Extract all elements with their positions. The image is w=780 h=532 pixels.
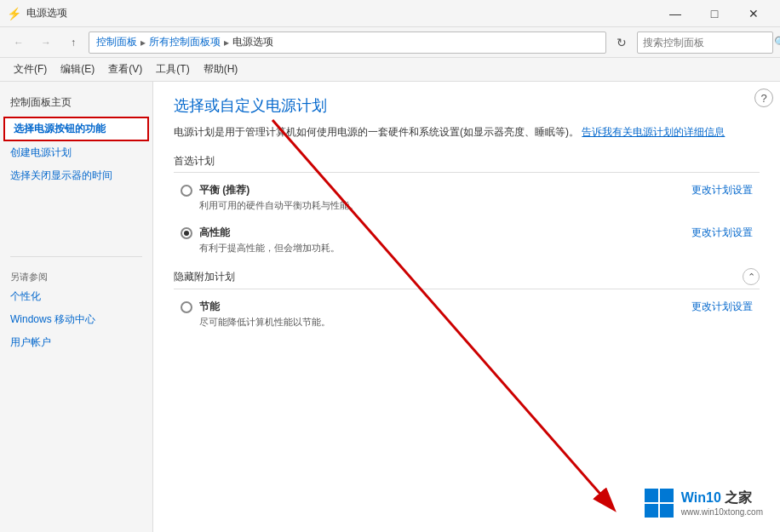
content-desc-link[interactable]: 告诉我有关电源计划的详细信息 bbox=[582, 126, 725, 138]
plan-row-powersave: 节能 尽可能降低计算机性能以节能。 更改计划设置 bbox=[181, 300, 760, 329]
radio-balanced[interactable] bbox=[181, 185, 192, 197]
plan-desc-highperf: 有利于提高性能，但会增加功耗。 bbox=[199, 242, 691, 255]
search-input[interactable] bbox=[643, 37, 771, 49]
plan-item-highperf: 高性能 有利于提高性能，但会增加功耗。 更改计划设置 bbox=[174, 226, 760, 255]
watermark-title: Win10 之家 bbox=[681, 489, 763, 507]
content-title: 选择或自定义电源计划 bbox=[174, 95, 760, 116]
preferred-plans-section-header: 首选计划 bbox=[174, 154, 760, 173]
title-bar-controls: — □ ✕ bbox=[656, 0, 773, 27]
content-desc-text: 电源计划是用于管理计算机如何使用电源的一套硬件和系统设置(如显示器亮度、睡眠等)… bbox=[174, 126, 579, 138]
forward-button[interactable]: → bbox=[34, 31, 58, 54]
breadcrumb-current: 电源选项 bbox=[232, 35, 273, 49]
window-title: 电源选项 bbox=[26, 6, 67, 20]
plan-row-highperf: 高性能 有利于提高性能，但会增加功耗。 更改计划设置 bbox=[181, 226, 760, 255]
plan-name-highperf: 高性能 bbox=[199, 226, 230, 240]
plan-settings-link-balanced[interactable]: 更改计划设置 bbox=[691, 183, 760, 197]
content-description: 电源计划是用于管理计算机如何使用电源的一套硬件和系统设置(如显示器亮度、睡眠等)… bbox=[174, 124, 760, 140]
plan-label-powersave: 节能 bbox=[181, 300, 691, 314]
breadcrumb-allitems[interactable]: 所有控制面板项 bbox=[149, 35, 221, 49]
plan-name-powersave: 节能 bbox=[199, 300, 220, 314]
menu-tools[interactable]: 工具(T) bbox=[149, 58, 196, 82]
plan-name-balanced: 平衡 (推荐) bbox=[199, 183, 249, 197]
sidebar-link-display-off[interactable]: 选择关闭显示器的时间 bbox=[0, 164, 152, 187]
plan-left-highperf: 高性能 有利于提高性能，但会增加功耗。 bbox=[181, 226, 691, 255]
search-bar: 🔍 bbox=[637, 31, 773, 54]
plan-left-powersave: 节能 尽可能降低计算机性能以节能。 bbox=[181, 300, 691, 329]
sidebar-link-mobility-center[interactable]: Windows 移动中心 bbox=[0, 308, 152, 331]
address-bar: ← → ↑ 控制面板 ▸ 所有控制面板项 ▸ 电源选项 ↻ 🔍 bbox=[0, 27, 780, 58]
sidebar-link-power-button[interactable]: 选择电源按钮的功能 bbox=[3, 117, 149, 141]
sidebar-section-title: 控制面板主页 bbox=[0, 92, 152, 117]
svg-rect-3 bbox=[660, 489, 674, 502]
plan-settings-link-highperf[interactable]: 更改计划设置 bbox=[691, 226, 760, 240]
app-icon: ⚡ bbox=[7, 7, 21, 20]
sidebar-divider bbox=[10, 256, 142, 257]
main-layout: 控制面板主页 选择电源按钮的功能 创建电源计划 选择关闭显示器的时间 另请参阅 … bbox=[0, 82, 780, 532]
title-bar-left: ⚡ 电源选项 bbox=[7, 6, 67, 20]
content-area: ? 选择或自定义电源计划 电源计划是用于管理计算机如何使用电源的一套硬件和系统设… bbox=[153, 82, 780, 532]
svg-rect-5 bbox=[660, 504, 674, 518]
title-bar: ⚡ 电源选项 — □ ✕ bbox=[0, 0, 780, 27]
sidebar-link-personalization[interactable]: 个性化 bbox=[0, 285, 152, 308]
plan-desc-powersave: 尽可能降低计算机性能以节能。 bbox=[199, 316, 691, 329]
hidden-plans-section: 隐藏附加计划 ⌃ 节能 尽可能降低计算机性能以节能。 更改计划设置 bbox=[174, 268, 760, 329]
svg-rect-4 bbox=[645, 504, 658, 518]
sidebar-link-create-plan[interactable]: 创建电源计划 bbox=[0, 141, 152, 164]
breadcrumb: 控制面板 ▸ 所有控制面板项 ▸ 电源选项 bbox=[89, 31, 606, 54]
breadcrumb-sep-1: ▸ bbox=[141, 37, 146, 49]
back-button[interactable]: ← bbox=[7, 31, 31, 54]
breadcrumb-controlpanel[interactable]: 控制面板 bbox=[96, 35, 137, 49]
up-button[interactable]: ↑ bbox=[61, 31, 85, 54]
menu-edit[interactable]: 编辑(E) bbox=[54, 58, 101, 82]
hidden-plans-title: 隐藏附加计划 bbox=[174, 270, 235, 284]
plan-item-balanced: 平衡 (推荐) 利用可用的硬件自动平衡功耗与性能。 更改计划设置 bbox=[174, 183, 760, 212]
search-icon[interactable]: 🔍 bbox=[774, 36, 780, 49]
minimize-button[interactable]: — bbox=[656, 0, 695, 27]
menu-bar: 文件(F) 编辑(E) 查看(V) 工具(T) 帮助(H) bbox=[0, 58, 780, 82]
radio-highperf[interactable] bbox=[181, 227, 192, 239]
sidebar-also-see-label: 另请参阅 bbox=[0, 264, 152, 285]
hidden-plans-header: 隐藏附加计划 ⌃ bbox=[174, 268, 760, 289]
svg-rect-2 bbox=[645, 489, 658, 502]
help-button[interactable]: ? bbox=[754, 89, 773, 107]
menu-help[interactable]: 帮助(H) bbox=[197, 58, 245, 82]
win10-logo bbox=[644, 488, 674, 518]
plan-label-balanced: 平衡 (推荐) bbox=[181, 183, 691, 197]
sidebar-link-user-accounts[interactable]: 用户帐户 bbox=[0, 331, 152, 354]
watermark-url: www.win10xtong.com bbox=[681, 507, 763, 517]
hidden-plans-toggle[interactable]: ⌃ bbox=[743, 268, 760, 285]
preferred-plans-title: 首选计划 bbox=[174, 154, 215, 169]
plan-label-highperf: 高性能 bbox=[181, 226, 691, 240]
plan-settings-link-powersave[interactable]: 更改计划设置 bbox=[691, 300, 760, 314]
menu-view[interactable]: 查看(V) bbox=[101, 58, 149, 82]
close-button[interactable]: ✕ bbox=[734, 0, 773, 27]
radio-powersave[interactable] bbox=[181, 301, 192, 313]
breadcrumb-sep-2: ▸ bbox=[224, 37, 229, 49]
maximize-button[interactable]: □ bbox=[695, 0, 734, 27]
watermark-text-block: Win10 之家 www.win10xtong.com bbox=[681, 489, 763, 517]
menu-file[interactable]: 文件(F) bbox=[7, 58, 54, 82]
sidebar: 控制面板主页 选择电源按钮的功能 创建电源计划 选择关闭显示器的时间 另请参阅 … bbox=[0, 82, 153, 532]
plan-left-balanced: 平衡 (推荐) 利用可用的硬件自动平衡功耗与性能。 bbox=[181, 183, 691, 212]
refresh-button[interactable]: ↻ bbox=[610, 31, 634, 54]
plan-desc-balanced: 利用可用的硬件自动平衡功耗与性能。 bbox=[199, 199, 691, 212]
plan-item-powersave: 节能 尽可能降低计算机性能以节能。 更改计划设置 bbox=[174, 300, 760, 329]
watermark: Win10 之家 www.win10xtong.com bbox=[637, 484, 770, 522]
plan-row-balanced: 平衡 (推荐) 利用可用的硬件自动平衡功耗与性能。 更改计划设置 bbox=[181, 183, 760, 212]
